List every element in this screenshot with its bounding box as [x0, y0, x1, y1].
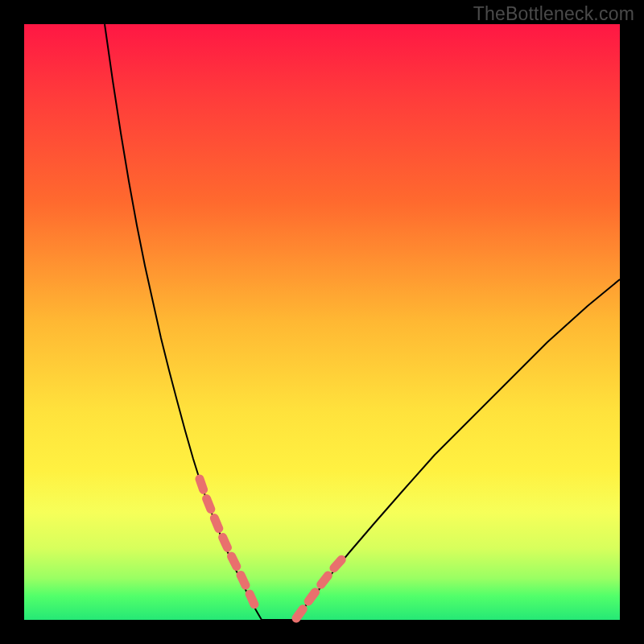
curve-layer	[24, 24, 620, 620]
watermark-text: TheBottleneck.com	[473, 3, 634, 25]
chart-frame: TheBottleneck.com	[0, 0, 644, 644]
dash-overlay-left	[200, 479, 258, 612]
curve-right	[294, 279, 620, 620]
dash-overlay-right	[296, 556, 345, 618]
curve-left	[105, 24, 262, 620]
plot-gradient-area	[24, 24, 620, 620]
